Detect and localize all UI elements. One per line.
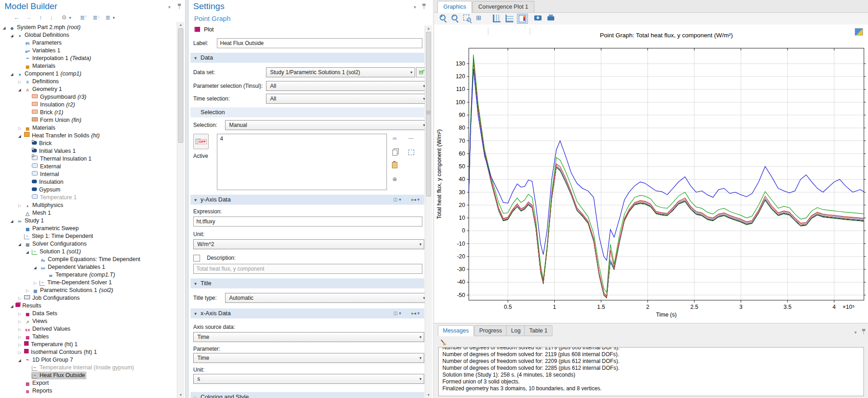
tree-item[interactable]: ◢▤Solver Configurations <box>0 240 176 248</box>
expander-icon[interactable]: ▷ <box>18 341 24 349</box>
expander-icon[interactable]: ◢ <box>34 264 39 272</box>
tree-item[interactable]: ~Step 1: Time Dependent <box>0 232 176 240</box>
show-menu-icon[interactable]: ▾ <box>69 15 71 20</box>
left-splitter[interactable] <box>185 0 189 398</box>
description-input[interactable]: Total heat flux, y component <box>193 264 422 274</box>
show-eye-icon[interactable]: ⊙ <box>62 14 66 20</box>
move-down-icon[interactable]: ↓ <box>50 14 53 21</box>
x-plot-arrows-icon[interactable]: ▸◂ ▾ <box>411 308 420 318</box>
settings-scrollbar[interactable]: ▲ ▼ <box>425 25 432 398</box>
tree-item[interactable]: ▷Temperature (ht) 1 <box>0 341 176 348</box>
zoom-out-icon[interactable]: − <box>451 14 461 23</box>
tab-table-1[interactable]: Table 1 <box>524 325 552 336</box>
zoom-in-icon[interactable]: + <box>439 14 449 23</box>
remove-selection-icon[interactable]: — <box>407 135 415 142</box>
y-axis-section-header[interactable]: ▼y-Axis Data ◫ ▾ ▸◂ ▾ <box>191 195 424 205</box>
tree-item[interactable]: ~Heat Flux Outside <box>0 372 176 379</box>
expander-icon[interactable]: ◢ <box>3 24 8 32</box>
x-plot-preview-icon[interactable]: ◫ ▾ <box>393 308 401 318</box>
tree-item[interactable]: ▷▤Parametric Solutions 1(sol2) <box>0 287 176 294</box>
tree-item[interactable]: Brick <box>0 140 176 147</box>
time-selection-combo[interactable]: All <box>266 94 428 104</box>
expander-icon[interactable]: ◢ <box>18 357 24 364</box>
tree-item[interactable]: Form Union(fin) <box>0 116 176 124</box>
expand-all-icon[interactable]: ≣↑ <box>80 14 87 21</box>
tree-item[interactable]: △Mesh 1 <box>0 209 176 217</box>
x-axis-section-header[interactable]: ▼x-Axis Data ◫ ▾ ▸◂ ▾ <box>191 308 424 318</box>
zoom-to-selection-icon[interactable]: ⊕ <box>391 176 399 183</box>
tree-item[interactable]: ◢Results <box>0 302 176 310</box>
node-text-icon[interactable]: ≣ <box>105 14 110 21</box>
tree-item[interactable]: Gypsum <box>0 186 176 194</box>
tree-item[interactable]: Gypsumboard(r3) <box>0 93 176 101</box>
tree-item[interactable]: ▷▤Tables <box>0 333 176 341</box>
tree-item[interactable]: ◢AGeometry 1 <box>0 86 176 93</box>
expander-icon[interactable]: ▷ <box>18 349 24 357</box>
tab-convergence-plot[interactable]: Convergence Plot 1 <box>472 1 534 12</box>
coloring-section-header[interactable]: ▷Coloring and Style <box>191 392 424 398</box>
unit-combo[interactable]: W/m^2 <box>193 239 424 249</box>
tree-item[interactable]: ◢~Solution 1(sol1) <box>0 248 176 256</box>
expression-input[interactable]: ht.tfluxy <box>193 217 422 227</box>
tab-log[interactable]: Log <box>506 325 526 336</box>
expander-icon[interactable]: ▷ <box>18 78 24 86</box>
tree-item[interactable]: Brick(r1) <box>0 109 176 116</box>
point-graph-plot[interactable]: 0.511.522.533.54-50-40-30-20-10010203040… <box>434 25 868 323</box>
tree-item[interactable]: ▷↗Views <box>0 317 176 325</box>
title-section-header[interactable]: ▼Title <box>191 278 424 288</box>
tree-item[interactable]: ▷Job Configurations <box>0 294 176 302</box>
clear-messages-icon[interactable] <box>440 339 447 346</box>
node-text-menu-icon[interactable]: ▾ <box>113 15 115 20</box>
settings-menu-icon[interactable]: ▾ <box>414 5 416 10</box>
expander-icon[interactable]: ◢ <box>10 32 16 40</box>
tree-item[interactable]: ~Temperature Internal (Inside gypsum) <box>0 364 176 372</box>
move-up-icon[interactable]: ↑ <box>39 14 42 21</box>
tree-item[interactable]: ◢◆System Part 2.mph(root) <box>0 24 176 31</box>
expander-icon[interactable]: ▷ <box>18 125 24 132</box>
selection-combo[interactable]: Manual <box>225 120 428 130</box>
tree-item[interactable]: ▦Materials <box>0 62 176 70</box>
data-section-header[interactable]: ▼Data <box>191 53 424 63</box>
create-selection-icon[interactable]: ∞ <box>391 135 399 142</box>
tree-item[interactable]: Temperature 1 <box>0 194 176 202</box>
selection-list[interactable]: 4 <box>217 134 387 190</box>
messages-menu-icon[interactable]: ▾ <box>854 330 857 335</box>
tree-item[interactable]: ▤Parametric Sweep <box>0 225 176 232</box>
y-grid-icon[interactable] <box>504 14 514 23</box>
zoom-extents-icon[interactable]: ⊞ <box>475 14 485 23</box>
axis-source-combo[interactable]: Time <box>193 332 424 342</box>
settings-pin-icon[interactable] <box>422 4 426 10</box>
tree-item[interactable]: ◢∞Study 1 <box>0 217 176 225</box>
tab-progress[interactable]: Progress <box>474 325 507 336</box>
forward-icon[interactable]: → <box>25 14 31 21</box>
x-unit-combo[interactable]: s <box>193 374 424 384</box>
plot-preview-icon[interactable]: ◫ ▾ <box>393 195 401 205</box>
tree-item[interactable]: ∂uCompile Equations: Time Dependent <box>0 256 176 263</box>
selection-section-header[interactable]: Selection <box>191 107 424 117</box>
tree-item[interactable]: ▷♦Multiphysics <box>0 202 176 209</box>
expander-icon[interactable]: ◢ <box>10 71 16 78</box>
expander-icon[interactable]: ▷ <box>18 202 24 210</box>
expander-icon[interactable]: ◢ <box>18 132 24 140</box>
data-set-combo[interactable]: Study 1/Parametric Solutions 1 (sol2) <box>266 67 415 77</box>
tree-item[interactable]: ▷▦Data Sets <box>0 310 176 317</box>
expander-icon[interactable]: ▷ <box>18 333 24 341</box>
tree-item[interactable]: ◢●Global Definitions <box>0 31 176 39</box>
tree-item[interactable]: Thermal Insulation 1 <box>0 155 176 163</box>
tree-item[interactable]: ▷8.8Derived Values <box>0 325 176 333</box>
tree-item[interactable]: External <box>0 163 176 171</box>
tree-item[interactable]: wTemperature(comp1.T) <box>0 271 176 279</box>
copy-selection-icon[interactable] <box>391 148 399 156</box>
panel-menu-icon[interactable]: ▾ <box>168 5 171 10</box>
tree-item[interactable]: Internal <box>0 171 176 178</box>
legend-toggle-icon[interactable] <box>517 14 528 24</box>
back-icon[interactable]: ← <box>14 14 20 21</box>
tree-item[interactable]: ▷~Time-Dependent Solver 1 <box>0 279 176 287</box>
tree-item[interactable]: ◢uvDependent Variables 1 <box>0 263 176 271</box>
expander-icon[interactable]: ▷ <box>18 295 24 302</box>
tree-item[interactable]: PiParameters <box>0 39 176 47</box>
messages-pin-icon[interactable] <box>862 329 866 335</box>
expander-icon[interactable]: ◢ <box>18 241 24 248</box>
plot-button[interactable]: Plot <box>194 25 214 34</box>
panel-pin-icon[interactable] <box>177 4 181 10</box>
